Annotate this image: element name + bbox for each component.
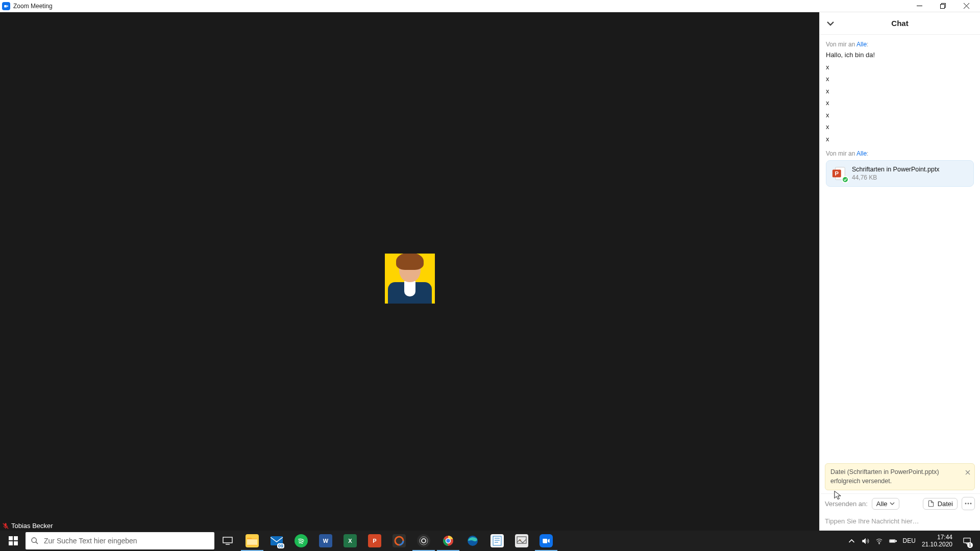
circle-app-icon — [393, 534, 406, 547]
chat-message: x — [826, 62, 974, 72]
participant-avatar — [385, 254, 435, 304]
taskbar-app-chrome[interactable] — [436, 531, 460, 551]
file-explorer-icon — [246, 534, 259, 547]
chat-collapse-button[interactable] — [826, 19, 835, 28]
send-to-select[interactable]: Alle — [872, 498, 899, 510]
taskbar-app-spotify[interactable] — [289, 531, 313, 551]
windows-taskbar: Zur Suche Text hier eingeben 09 W X — [0, 531, 980, 551]
taskbar-app-word[interactable]: W — [313, 531, 338, 551]
taskbar-app-obs[interactable] — [411, 531, 436, 551]
taskbar-app-notepad[interactable] — [485, 531, 509, 551]
chat-more-button[interactable] — [962, 497, 975, 510]
chat-message: x — [826, 134, 974, 144]
spotify-icon — [295, 534, 308, 547]
battery-icon[interactable] — [889, 537, 897, 545]
edge-icon — [466, 534, 479, 547]
chevron-down-icon — [890, 501, 895, 506]
chat-message: Hallo, ich bin da! — [826, 50, 974, 60]
file-sent-toast: Datei (Schriftarten in PowerPoint.pptx) … — [825, 463, 975, 490]
tray-chevron-up-icon[interactable] — [848, 537, 855, 545]
send-to-label: Versenden an: — [825, 500, 868, 508]
mail-icon: 09 — [270, 534, 283, 547]
search-icon — [31, 537, 39, 545]
system-tray: DEU 17:44 21.10.2020 1 — [844, 531, 979, 551]
chat-file-attachment[interactable]: P Schriftarten in PowerPoint.pptx 44,76 … — [826, 160, 974, 187]
chat-messages[interactable]: Von mir an Alle: Hallo, ich bin da! x x … — [820, 35, 980, 460]
notepad-icon — [491, 534, 504, 547]
svg-point-25 — [420, 537, 428, 545]
meeting-video-area[interactable]: Tobias Becker — [0, 12, 819, 531]
chat-message-input[interactable] — [825, 517, 975, 525]
chat-title: Chat — [835, 19, 965, 28]
taskbar-app-zoom[interactable] — [534, 531, 558, 551]
start-button[interactable] — [1, 531, 26, 551]
excel-icon: X — [344, 534, 357, 547]
chat-compose — [820, 513, 980, 531]
taskbar-search[interactable]: Zur Suche Text hier eingeben — [26, 532, 214, 549]
zoom-icon — [540, 534, 553, 547]
taskbar-app-generic2[interactable] — [509, 531, 534, 551]
ellipsis-icon — [965, 503, 972, 505]
svg-rect-13 — [9, 536, 13, 540]
svg-rect-34 — [517, 537, 526, 543]
window-minimize-button[interactable] — [908, 0, 931, 12]
task-view-button[interactable] — [215, 531, 240, 551]
svg-rect-15 — [9, 541, 13, 545]
powerpoint-icon: P — [368, 534, 381, 547]
file-sent-check-icon — [842, 176, 849, 183]
participant-name-label: Tobias Becker — [2, 522, 53, 530]
taskbar-app-edge[interactable] — [460, 531, 485, 551]
app-icon — [515, 534, 528, 547]
chat-message: x — [826, 74, 974, 84]
svg-point-28 — [446, 539, 451, 543]
chat-message: x — [826, 86, 974, 96]
chat-message-meta: Von mir an Alle: — [826, 150, 974, 157]
file-name: Schriftarten in PowerPoint.pptx — [852, 166, 940, 173]
svg-marker-36 — [862, 538, 865, 543]
chat-message-meta: Von mir an Alle: — [826, 41, 974, 48]
taskbar-clock[interactable]: 17:44 21.10.2020 — [922, 534, 952, 548]
svg-rect-14 — [14, 536, 18, 540]
svg-rect-39 — [895, 540, 896, 541]
zoom-logo-icon — [2, 2, 10, 10]
action-center-button[interactable]: 1 — [959, 531, 975, 551]
attach-file-button[interactable]: Datei — [923, 498, 958, 510]
svg-point-37 — [878, 543, 879, 544]
taskbar-app-mail[interactable]: 09 — [264, 531, 289, 551]
windows-logo-icon — [9, 536, 18, 545]
word-icon: W — [319, 534, 332, 547]
microphone-muted-icon — [2, 522, 9, 530]
taskbar-app-generic1[interactable] — [387, 531, 411, 551]
window-maximize-button[interactable] — [931, 0, 954, 12]
window-close-button[interactable] — [954, 0, 978, 12]
svg-point-10 — [965, 503, 967, 505]
chat-header: Chat — [820, 12, 980, 35]
svg-rect-21 — [247, 539, 257, 545]
file-size: 44,76 KB — [852, 174, 940, 181]
wifi-icon[interactable] — [875, 537, 883, 545]
chat-message: x — [826, 98, 974, 108]
svg-point-17 — [32, 538, 36, 542]
chat-send-row: Versenden an: Alle Datei — [820, 493, 980, 513]
svg-rect-41 — [963, 538, 970, 542]
chrome-icon — [442, 534, 455, 547]
svg-rect-30 — [493, 536, 501, 545]
task-view-icon — [223, 537, 233, 545]
toast-close-button[interactable] — [965, 469, 970, 478]
taskbar-app-explorer[interactable] — [240, 531, 264, 551]
obs-icon — [417, 534, 430, 547]
chat-panel: Chat Von mir an Alle: Hallo, ich bin da!… — [819, 12, 980, 531]
window-titlebar: Zoom Meeting — [0, 0, 980, 12]
svg-rect-16 — [14, 541, 18, 545]
search-placeholder-text: Zur Suche Text hier eingeben — [44, 537, 137, 545]
svg-text:P: P — [835, 170, 839, 177]
taskbar-app-powerpoint[interactable]: P — [362, 531, 387, 551]
keyboard-language[interactable]: DEU — [903, 537, 916, 544]
svg-rect-40 — [890, 540, 894, 541]
window-title: Zoom Meeting — [13, 3, 53, 10]
chat-message: x — [826, 122, 974, 132]
svg-point-12 — [970, 503, 972, 505]
svg-rect-19 — [223, 537, 232, 543]
taskbar-app-excel[interactable]: X — [338, 531, 362, 551]
volume-icon[interactable] — [862, 537, 869, 545]
